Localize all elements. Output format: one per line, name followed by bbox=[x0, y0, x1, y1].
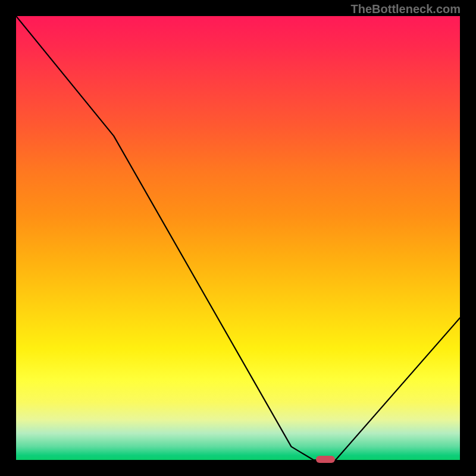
bottleneck-curve bbox=[16, 16, 462, 462]
plot-area bbox=[15, 15, 461, 461]
bottleneck-chart: TheBottleneck.com bbox=[0, 0, 476, 476]
curve-path bbox=[16, 16, 460, 460]
watermark-text: TheBottleneck.com bbox=[351, 2, 461, 16]
optimal-marker bbox=[316, 456, 335, 463]
